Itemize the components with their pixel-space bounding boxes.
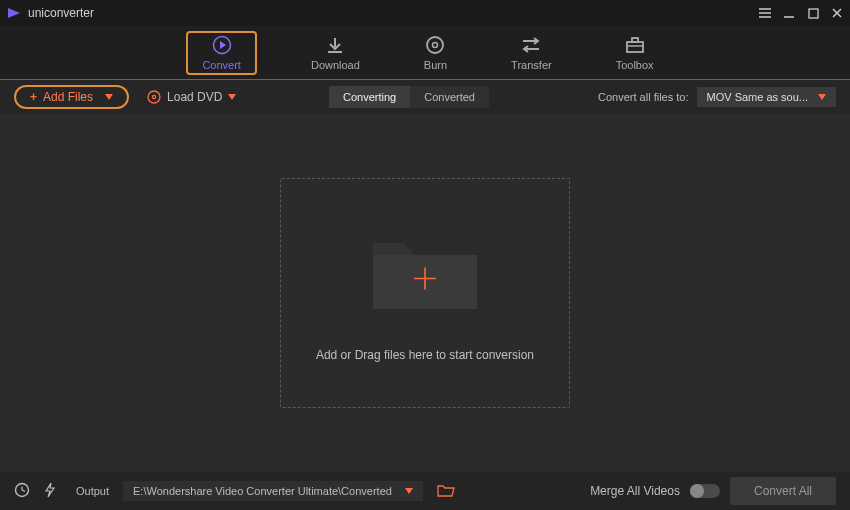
nav-label: Toolbox — [616, 59, 654, 71]
clock-icon[interactable] — [14, 482, 30, 501]
load-dvd-label: Load DVD — [167, 90, 222, 104]
output-path-select[interactable]: E:\Wondershare Video Converter Ultimate\… — [123, 481, 423, 501]
svg-marker-9 — [220, 41, 226, 49]
output-path-value: E:\Wondershare Video Converter Ultimate\… — [133, 485, 392, 497]
convert-all-label: Convert all files to: — [598, 91, 688, 103]
svg-rect-17 — [632, 38, 638, 42]
dropzone[interactable]: Add or Drag files here to start conversi… — [280, 178, 570, 408]
output-format-group: Convert all files to: MOV Same as sou... — [598, 87, 836, 107]
svg-rect-16 — [627, 42, 643, 52]
burn-icon — [425, 35, 445, 55]
svg-line-28 — [22, 490, 25, 492]
plus-icon: + — [30, 90, 37, 104]
maximize-icon[interactable] — [806, 6, 820, 20]
transfer-icon — [520, 35, 542, 55]
minimize-icon[interactable] — [782, 6, 796, 20]
svg-marker-19 — [105, 94, 113, 100]
folder-icon — [365, 225, 485, 320]
format-value: MOV Same as sou... — [707, 91, 808, 103]
load-dvd-button[interactable]: Load DVD — [147, 90, 236, 104]
svg-rect-5 — [809, 9, 818, 18]
output-label: Output — [76, 485, 109, 497]
merge-toggle[interactable] — [690, 484, 720, 498]
nav-label: Transfer — [511, 59, 552, 71]
bolt-icon[interactable] — [44, 482, 56, 501]
toggle-knob — [690, 484, 704, 498]
svg-marker-23 — [818, 94, 826, 100]
window-controls — [758, 6, 844, 20]
tab-converting[interactable]: Converting — [329, 86, 410, 108]
merge-label: Merge All Videos — [590, 484, 680, 498]
main-nav: Convert Download Burn Transfer Toolbox — [0, 26, 850, 80]
nav-label: Download — [311, 59, 360, 71]
convert-icon — [211, 35, 233, 55]
menu-icon[interactable] — [758, 6, 772, 20]
download-icon — [325, 35, 345, 55]
add-files-label: Add Files — [43, 90, 93, 104]
svg-point-12 — [427, 37, 443, 53]
footer: Output E:\Wondershare Video Converter Ul… — [0, 472, 850, 510]
add-files-button[interactable]: + Add Files — [14, 85, 129, 109]
nav-convert[interactable]: Convert — [186, 31, 257, 75]
app-title: uniconverter — [28, 6, 94, 20]
open-folder-icon[interactable] — [437, 483, 455, 500]
nav-download[interactable]: Download — [301, 31, 370, 75]
svg-marker-30 — [405, 488, 413, 494]
convert-all-button[interactable]: Convert All — [730, 477, 836, 505]
app-logo-icon — [6, 6, 22, 20]
nav-label: Convert — [202, 59, 241, 71]
nav-label: Burn — [424, 59, 447, 71]
svg-point-20 — [148, 91, 160, 103]
dropzone-hint: Add or Drag files here to start conversi… — [316, 348, 534, 362]
titlebar: uniconverter — [0, 0, 850, 26]
svg-marker-29 — [46, 483, 54, 497]
nav-burn[interactable]: Burn — [414, 31, 457, 75]
plus-icon — [412, 265, 438, 294]
svg-marker-22 — [228, 94, 236, 100]
tab-converted[interactable]: Converted — [410, 86, 489, 108]
chevron-down-icon — [818, 94, 826, 100]
convert-tabs: Converting Converted — [329, 86, 489, 108]
svg-point-21 — [152, 95, 155, 98]
toolbar: + Add Files Load DVD Converting Converte… — [0, 80, 850, 114]
toolbox-icon — [624, 35, 646, 55]
nav-toolbox[interactable]: Toolbox — [606, 31, 664, 75]
chevron-down-icon — [228, 94, 236, 100]
close-icon[interactable] — [830, 6, 844, 20]
chevron-down-icon — [405, 488, 413, 494]
svg-point-13 — [433, 42, 438, 47]
chevron-down-icon — [105, 94, 113, 100]
nav-transfer[interactable]: Transfer — [501, 31, 562, 75]
disc-icon — [147, 90, 161, 104]
workspace: Add or Drag files here to start conversi… — [0, 114, 850, 472]
app-logo: uniconverter — [6, 6, 94, 20]
merge-videos-group: Merge All Videos Convert All — [590, 477, 836, 505]
svg-marker-0 — [8, 8, 20, 18]
format-select[interactable]: MOV Same as sou... — [697, 87, 836, 107]
